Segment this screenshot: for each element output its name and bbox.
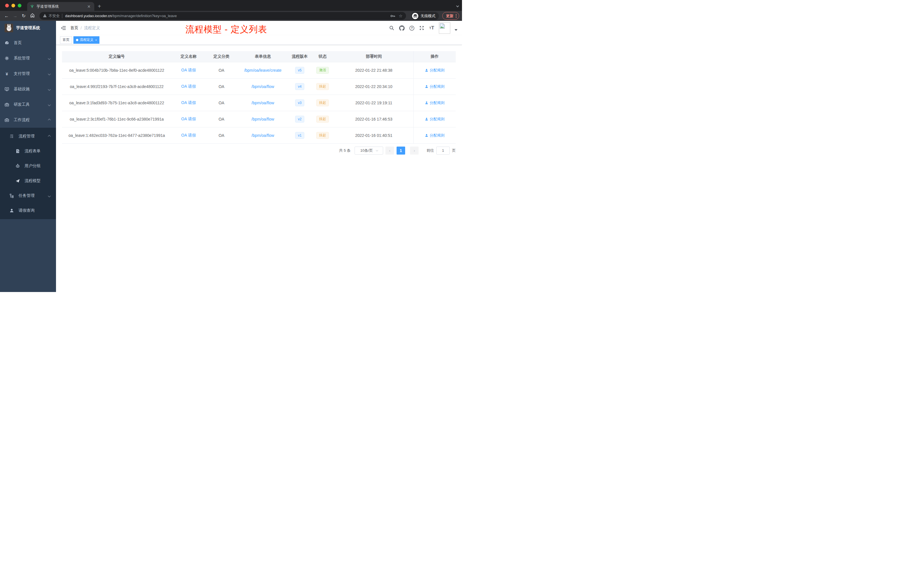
version-tag: v4 bbox=[295, 83, 305, 90]
next-page-button[interactable]: › bbox=[410, 147, 419, 155]
sidebar-item-leave-query[interactable]: 请假查询 bbox=[0, 203, 56, 218]
sidebar-item-workflow[interactable]: 工作流程 bbox=[0, 112, 56, 128]
browser-menu-update-button[interactable]: 更新 bbox=[442, 12, 459, 20]
assign-rule-link[interactable]: 分配规则 bbox=[425, 100, 445, 106]
address-bar[interactable]: 不安全 dashboard.yudao.iocoder.cn/bpm/manag… bbox=[40, 12, 406, 20]
current-page-button[interactable]: 1 bbox=[396, 147, 405, 155]
col-header-definition-id: 定义编号 bbox=[62, 51, 172, 62]
sidebar-item-label: 系统管理 bbox=[14, 56, 30, 61]
back-button[interactable]: ← bbox=[3, 13, 10, 18]
person-icon bbox=[425, 69, 428, 72]
chevron-down-icon bbox=[48, 103, 51, 106]
reload-button[interactable]: ↻ bbox=[20, 13, 27, 18]
assign-rule-link[interactable]: 分配规则 bbox=[425, 133, 445, 138]
col-header-process-version: 流程版本 bbox=[289, 51, 311, 62]
tab-search-chevron-icon[interactable] bbox=[457, 3, 459, 8]
status-badge: 激活 bbox=[316, 67, 329, 74]
sidebar-item-process-management[interactable]: 流程管理 bbox=[0, 129, 56, 144]
not-secure-label[interactable]: 不安全 bbox=[49, 13, 60, 18]
form-info-link[interactable]: /bpm/oa/flow bbox=[251, 101, 274, 105]
breadcrumb-current: 流程定义 bbox=[84, 25, 100, 31]
incognito-icon bbox=[412, 13, 418, 19]
assign-rule-link[interactable]: 分配规则 bbox=[425, 84, 445, 89]
table-header-row: 定义编号 定义名称 定义分类 表单信息 流程版本 状态 部署时间 操作 bbox=[62, 51, 456, 62]
person-icon bbox=[425, 101, 428, 105]
tag-process-definition[interactable]: 流程定义 × bbox=[73, 36, 99, 44]
person-icon bbox=[425, 117, 428, 121]
search-icon[interactable] bbox=[389, 25, 394, 31]
fullscreen-icon[interactable] bbox=[419, 25, 424, 31]
password-key-icon[interactable] bbox=[390, 14, 396, 18]
browser-tab[interactable]: 芋道管理系统 ✕ bbox=[27, 2, 94, 11]
assign-rule-link[interactable]: 分配规则 bbox=[425, 117, 445, 122]
status-badge: 挂起 bbox=[316, 99, 329, 106]
forward-button[interactable]: → bbox=[12, 13, 19, 18]
sidebar-item-home[interactable]: 首页 bbox=[0, 35, 56, 51]
new-tab-button[interactable]: + bbox=[94, 2, 105, 11]
deploy-time: 2022-01-22 21:48:38 bbox=[355, 68, 392, 73]
favicon-plant-icon bbox=[30, 4, 34, 9]
kebab-menu-icon[interactable] bbox=[456, 14, 457, 18]
definition-name-link[interactable]: OA 请假 bbox=[181, 68, 196, 72]
prev-page-button[interactable]: ‹ bbox=[385, 147, 394, 155]
sidebar-item-task-management[interactable]: 任务管理 bbox=[0, 188, 56, 203]
form-info-link[interactable]: /bpm/oa/flow bbox=[251, 117, 274, 121]
tag-home[interactable]: 首页 bbox=[60, 36, 72, 44]
sidebar-item-process-form[interactable]: 流程表单 bbox=[0, 144, 56, 158]
definition-category: OA bbox=[219, 84, 224, 89]
form-info-link[interactable]: /bpm/oa/flow bbox=[251, 84, 274, 89]
maximize-window-button[interactable] bbox=[18, 4, 21, 7]
sidebar-item-system[interactable]: 系统管理 bbox=[0, 51, 56, 66]
github-icon[interactable] bbox=[399, 25, 404, 31]
minimize-window-button[interactable] bbox=[12, 4, 15, 7]
tab-close-icon[interactable]: ✕ bbox=[86, 4, 91, 9]
form-info-link[interactable]: /bpm/oa/leave/create bbox=[244, 68, 282, 73]
app-title: 芋道管理系统 bbox=[16, 25, 40, 31]
form-info-link[interactable]: /bpm/oa/flow bbox=[251, 133, 274, 138]
font-size-icon[interactable]: TT bbox=[429, 25, 435, 31]
url-path: /bpm/manager/definition?key=oa_leave bbox=[112, 14, 386, 18]
close-window-button[interactable] bbox=[5, 4, 9, 7]
home-button[interactable] bbox=[28, 13, 36, 19]
avatar[interactable] bbox=[439, 22, 450, 34]
breadcrumb-home[interactable]: 首页 bbox=[70, 25, 78, 31]
deploy-time: 2022-01-16 01:40:51 bbox=[355, 133, 392, 138]
sidebar-item-process-model[interactable]: 流程模型 bbox=[0, 173, 56, 188]
help-icon[interactable]: ? bbox=[409, 25, 414, 31]
definition-name-link[interactable]: OA 请假 bbox=[181, 100, 196, 105]
content: 定义编号 定义名称 定义分类 表单信息 流程版本 状态 部署时间 操作 oa_l… bbox=[56, 45, 462, 155]
toolbox-icon bbox=[5, 118, 9, 122]
url-host: dashboard.yudao.iocoder.cn bbox=[65, 14, 112, 18]
definition-id: oa_leave:3:1fad3d93-7b75-11ec-a3c8-acde4… bbox=[69, 101, 164, 105]
table-row: oa_leave:3:1fad3d93-7b75-11ec-a3c8-acde4… bbox=[62, 94, 456, 111]
definition-name-link[interactable]: OA 请假 bbox=[181, 84, 196, 89]
sidebar-item-label: 流程模型 bbox=[25, 178, 41, 183]
col-header-definition-name: 定义名称 bbox=[172, 51, 206, 62]
definition-category: OA bbox=[219, 117, 224, 121]
definition-name-link[interactable]: OA 请假 bbox=[181, 133, 196, 137]
definition-table: 定义编号 定义名称 定义分类 表单信息 流程版本 状态 部署时间 操作 oa_l… bbox=[62, 51, 456, 144]
incognito-badge: 无痕模式 bbox=[411, 12, 439, 20]
sidebar-logo: 芋道管理系统 bbox=[0, 21, 56, 35]
sidebar-item-user-group[interactable]: 用户分组 bbox=[0, 158, 56, 173]
goto-page-input[interactable] bbox=[436, 147, 450, 155]
incognito-label: 无痕模式 bbox=[421, 13, 436, 18]
page-size-select[interactable]: 10条/页 bbox=[355, 147, 383, 155]
sidebar-item-infrastructure[interactable]: 基础设施 bbox=[0, 81, 56, 97]
assign-rule-label: 分配规则 bbox=[430, 117, 445, 122]
sidebar-item-devtools[interactable]: 研发工具 bbox=[0, 97, 56, 112]
definition-name-link[interactable]: OA 请假 bbox=[181, 117, 196, 121]
tag-close-icon[interactable]: × bbox=[95, 38, 97, 42]
table-row: oa_leave:2:3c1f0ef1-76b1-11ec-9c66-a2380… bbox=[62, 111, 456, 127]
bookmark-star-icon[interactable]: ☆ bbox=[399, 13, 403, 18]
deploy-time: 2022-01-22 20:34:10 bbox=[355, 84, 392, 89]
table-row: oa_leave:5:004b710b-7b8a-11ec-8ef0-acde4… bbox=[62, 62, 456, 78]
sidebar-toggle-icon[interactable] bbox=[61, 25, 66, 31]
sidebar-item-payment[interactable]: ¥ 支付管理 bbox=[0, 66, 56, 81]
assign-rule-link[interactable]: 分配规则 bbox=[425, 68, 445, 73]
avatar-caret-icon[interactable] bbox=[455, 29, 457, 31]
page-size-value: 10条/页 bbox=[360, 148, 373, 153]
gear-icon bbox=[5, 56, 9, 61]
chevron-up-icon bbox=[48, 119, 51, 121]
assign-rule-label: 分配规则 bbox=[430, 84, 445, 89]
